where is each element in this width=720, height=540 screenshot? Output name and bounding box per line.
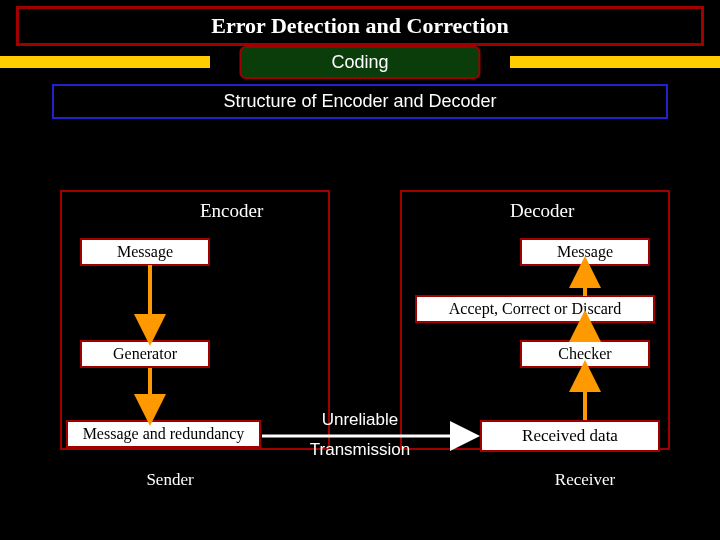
encoder-message-box: Message [80,238,210,266]
receiver-caption: Receiver [535,470,635,490]
arrow-msg-to-generator [140,265,160,340]
diagram-stage: Encoder Decoder Message Generator Messag… [0,160,720,540]
arrow-acd-to-message [575,264,595,296]
divider-left [0,56,210,68]
message-redundancy-box: Message and redundancy [66,420,261,448]
generator-box: Generator [80,340,210,368]
arrow-received-to-checker [575,368,595,420]
encoder-container [60,190,330,450]
divider-right [510,56,720,68]
decoder-label: Decoder [510,200,574,222]
arrow-transmission [262,426,482,446]
encoder-label: Encoder [200,200,263,222]
subtitle: Structure of Encoder and Decoder [52,84,668,119]
decoder-message-box: Message [520,238,650,266]
checker-box: Checker [520,340,650,368]
page-title: Error Detection and Correction [16,6,704,46]
received-data-box: Received data [480,420,660,452]
arrow-checker-to-acd [575,320,595,342]
arrow-generator-to-redundancy [140,368,160,420]
sender-caption: Sender [120,470,220,490]
accept-correct-discard-box: Accept, Correct or Discard [415,295,655,323]
coding-pill: Coding [239,46,480,79]
